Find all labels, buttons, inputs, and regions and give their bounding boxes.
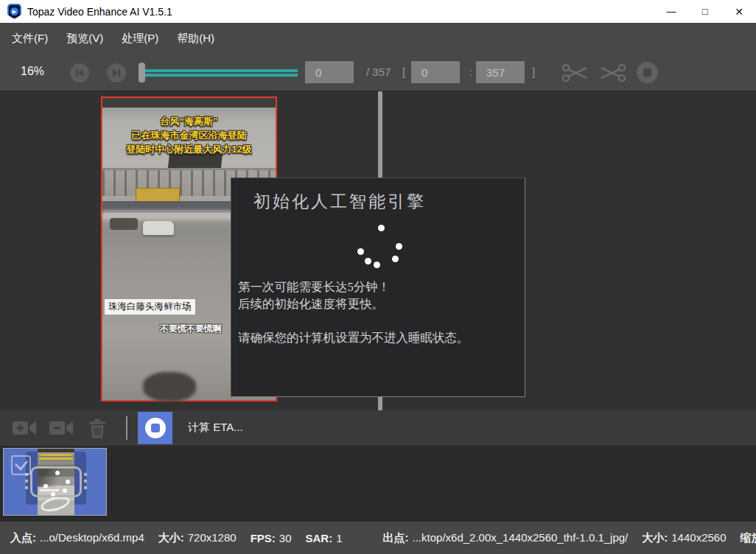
skip-to-start-button[interactable]: [70, 63, 89, 83]
overlay-subtitle: 不要慌不要慌啊: [160, 323, 222, 335]
title-bar: ▶ Topaz Video Enhance AI V1.5.1 — □ ✕: [0, 0, 756, 23]
timeline-track: [145, 69, 298, 72]
market-label: 珠海白藤头海鲜市场: [104, 298, 196, 315]
loading-spinner-icon: [350, 219, 416, 278]
app-window: ▶ Topaz Video Enhance AI V1.5.1 — □ ✕ 文件…: [0, 0, 756, 554]
trim-end-input[interactable]: [476, 61, 525, 83]
window-title: Topaz Video Enhance AI V1.5.1: [27, 6, 172, 18]
caption-line: 台风“海高斯”: [102, 114, 276, 128]
minimize-button[interactable]: —: [654, 0, 688, 23]
menu-preview[interactable]: 预览(V): [65, 29, 105, 49]
trim-out-scissors-icon[interactable]: [599, 63, 626, 83]
status-output-size: 大小:1440x2560: [642, 531, 726, 545]
app-logo-icon: ▶: [7, 4, 21, 19]
skip-to-end-button[interactable]: [107, 63, 126, 83]
bracket-open-label: [: [402, 66, 405, 78]
checkmark-icon: [15, 460, 28, 471]
dialog-title: 初始化人工智能引擎: [253, 190, 426, 213]
current-frame-input[interactable]: [305, 61, 354, 83]
init-ai-engine-dialog: 初始化人工智能引擎 第一次可能需要长达5分钟！ 后续的初始化速度将更快。 请确保…: [231, 178, 525, 397]
status-scale: 缩放:200%: [741, 531, 756, 545]
dialog-line: 后续的初始化速度将更快。: [238, 295, 521, 312]
window-controls: — □ ✕: [654, 0, 756, 23]
stop-processing-button[interactable]: [138, 412, 172, 444]
trim-in-scissors-icon[interactable]: [562, 63, 589, 83]
total-frames-label: / 357: [366, 66, 391, 78]
thumbnail-spinner-icon: [42, 469, 74, 499]
zoom-level-value: 16%: [21, 65, 44, 78]
status-bar: 入点:...o/Desktop/x6d.mp4 大小:720x1280 FPS:…: [0, 522, 756, 554]
photo-car: [110, 218, 138, 230]
delete-video-button[interactable]: [87, 419, 108, 438]
caption-line: 已在珠海市金湾区沿海登陆: [102, 128, 276, 142]
status-input-path: 入点:...o/Desktop/x6d.mp4: [10, 531, 144, 545]
photo-debris: [143, 372, 196, 402]
photo-top-band: [102, 98, 276, 108]
remove-video-button[interactable]: [49, 419, 74, 437]
timeline-track: [145, 74, 298, 77]
video-list-strip: [0, 446, 756, 522]
timeline-handle[interactable]: [139, 63, 145, 83]
timeline-slider[interactable]: [139, 54, 298, 91]
menu-help[interactable]: 帮助(H): [175, 29, 216, 49]
playback-toolbar: 16% / 357 [ : ]: [0, 54, 756, 91]
photo-car: [143, 221, 174, 235]
video-thumbnail-selected[interactable]: [3, 448, 107, 516]
menu-bar: 文件(F) 预览(V) 处理(P) 帮助(H): [0, 23, 756, 54]
add-video-button[interactable]: [12, 419, 37, 437]
menu-process[interactable]: 处理(P): [120, 29, 160, 49]
toolbar-divider: [126, 416, 127, 440]
caption-line: 登陆时中心附近最大风力12级: [102, 142, 276, 156]
thumbnail-checkbox[interactable]: [11, 455, 31, 475]
stop-processing-icon: [145, 418, 166, 438]
dialog-line: 请确保您的计算机设置为不进入睡眠状态。: [238, 329, 521, 346]
dialog-line: 第一次可能需要长达5分钟！: [238, 278, 521, 295]
bracket-close-label: ]: [532, 66, 535, 78]
stop-icon: [643, 69, 651, 77]
eta-status-text: 计算 ETA...: [188, 421, 243, 435]
play-logo-icon: ▶: [10, 7, 18, 15]
menu-file[interactable]: 文件(F): [10, 29, 49, 49]
dialog-body: 第一次可能需要长达5分钟！ 后续的初始化速度将更快。 请确保您的计算机设置为不进…: [238, 278, 521, 346]
main-preview-area: 台风“海高斯” 已在珠海市金湾区沿海登陆 登陆时中心附近最大风力12级 珠海白藤…: [0, 91, 756, 410]
trim-start-input[interactable]: [411, 61, 460, 83]
maximize-button[interactable]: □: [688, 0, 722, 23]
video-caption: 台风“海高斯” 已在珠海市金湾区沿海登陆 登陆时中心附近最大风力12级: [102, 114, 276, 156]
process-toolbar: 计算 ETA...: [0, 410, 756, 446]
skip-end-icon: [112, 69, 121, 77]
status-input-size: 大小:720x1280: [158, 531, 237, 545]
close-button[interactable]: ✕: [722, 0, 756, 23]
photo-yellow-sign: [136, 188, 180, 203]
status-fps: FPS:30: [251, 532, 292, 544]
status-output-path: 出点:...ktop/x6d_2.00x_1440x2560_thf-1.0.1…: [383, 531, 629, 545]
trim-separator-label: :: [469, 66, 472, 78]
stop-preview-button[interactable]: [637, 62, 658, 83]
skip-start-icon: [75, 69, 84, 77]
status-sar: SAR:1: [306, 532, 343, 544]
